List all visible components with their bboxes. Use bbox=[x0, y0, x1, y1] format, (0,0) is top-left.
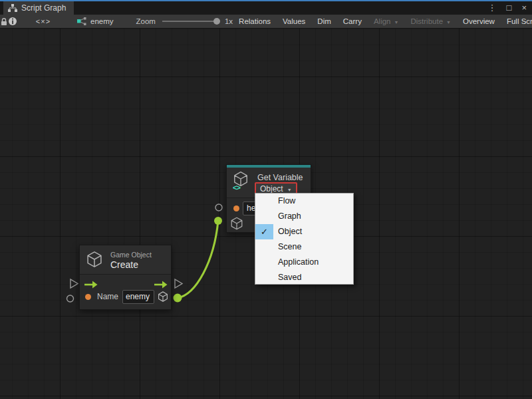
button-label: Values bbox=[283, 17, 305, 25]
gameobject-cube-icon bbox=[229, 216, 244, 231]
dim-button[interactable]: Dim bbox=[311, 15, 336, 28]
button-label: Full Screen bbox=[507, 17, 532, 25]
code-brackets-icon: <> bbox=[233, 184, 240, 192]
overview-button[interactable]: Overview bbox=[457, 15, 501, 28]
gameobject-cube-icon bbox=[157, 291, 169, 303]
lock-button[interactable] bbox=[0, 15, 8, 28]
fullscreen-button[interactable]: Full Screen bbox=[501, 15, 532, 28]
info-icon bbox=[8, 17, 17, 26]
menu-item-application[interactable]: Application bbox=[255, 255, 353, 270]
node-category: Game Object bbox=[110, 251, 152, 259]
flow-input-arrow-icon bbox=[84, 281, 98, 289]
check-icon: ✓ bbox=[255, 224, 273, 239]
menu-item-label: Graph bbox=[278, 211, 301, 221]
menu-item-label: Saved bbox=[278, 273, 301, 282]
graph-breadcrumb[interactable]: enemy bbox=[69, 15, 122, 28]
create-gameobject-output-port-connected[interactable] bbox=[174, 294, 182, 303]
menu-item-label: Object bbox=[278, 227, 302, 236]
graph-name: enemy bbox=[90, 17, 114, 25]
scope-dropdown-menu: Flow Graph ✓ Object Scene Application Sa… bbox=[255, 193, 354, 285]
create-node-body: Name enemy bbox=[80, 274, 171, 309]
window-controls: ⋮ □ × bbox=[488, 1, 527, 15]
create-flow-output-port[interactable] bbox=[175, 279, 182, 288]
relations-button[interactable]: Relations bbox=[233, 15, 277, 28]
button-label: Carry bbox=[343, 17, 362, 25]
code-icon: <×> bbox=[23, 17, 63, 25]
values-button[interactable]: Values bbox=[277, 15, 311, 28]
node-title: Create bbox=[110, 259, 138, 270]
tab-script-graph[interactable]: Script Graph bbox=[3, 1, 74, 15]
gameobject-cube-icon bbox=[85, 250, 104, 269]
create-flow-input-port[interactable] bbox=[70, 279, 78, 288]
graph-hierarchy-icon bbox=[8, 4, 17, 13]
button-label: Dim bbox=[317, 17, 331, 25]
dropdown-arrow-icon: ▼ bbox=[394, 20, 399, 25]
getvariable-name-input-port[interactable] bbox=[215, 204, 222, 211]
button-label: Relations bbox=[239, 17, 271, 25]
carry-button[interactable]: Carry bbox=[337, 15, 368, 28]
menu-item-scene[interactable]: Scene bbox=[255, 239, 353, 255]
menu-item-label: Flow bbox=[278, 196, 295, 205]
menu-item-object[interactable]: ✓ Object bbox=[255, 224, 353, 239]
graph-breadcrumb-icon bbox=[77, 17, 86, 25]
button-label: Align bbox=[374, 17, 391, 25]
getvariable-object-input-port-connected[interactable] bbox=[214, 217, 222, 225]
lock-icon bbox=[0, 17, 8, 26]
graph-toolbar: <×> enemy Zoom 1x Relations Values Dim bbox=[0, 15, 532, 29]
zoom-slider[interactable] bbox=[162, 21, 218, 22]
string-port-dot bbox=[233, 205, 239, 211]
menu-item-flow[interactable]: Flow bbox=[255, 194, 353, 209]
create-gameobject-node[interactable]: Game Object Create Name enemy bbox=[79, 245, 172, 310]
close-icon[interactable]: × bbox=[521, 1, 527, 15]
button-label: Distribute bbox=[410, 17, 443, 25]
dropdown-arrow-icon: ▼ bbox=[287, 188, 292, 192]
window-menu-icon[interactable]: ⋮ bbox=[488, 1, 497, 15]
port-label: Name bbox=[97, 292, 118, 301]
gameobject-wire[interactable] bbox=[178, 221, 218, 298]
create-node-header: Game Object Create bbox=[80, 245, 171, 274]
create-name-input-port[interactable] bbox=[67, 295, 74, 302]
edit-unit-button[interactable]: <×> bbox=[17, 15, 69, 28]
flow-output-arrow-icon bbox=[154, 281, 168, 289]
name-input-field[interactable]: enemy bbox=[122, 290, 154, 304]
zoom-control: Zoom 1x bbox=[136, 15, 233, 28]
zoom-label: Zoom bbox=[136, 17, 156, 25]
menu-item-saved[interactable]: Saved bbox=[255, 270, 353, 285]
zoom-value: 1x bbox=[225, 17, 233, 25]
tab-bar: Script Graph ⋮ □ × bbox=[0, 1, 532, 15]
distribute-button[interactable]: Distribute ▼ bbox=[404, 15, 457, 28]
button-label: Overview bbox=[463, 17, 495, 25]
dropdown-arrow-icon: ▼ bbox=[446, 20, 451, 25]
info-button[interactable] bbox=[8, 15, 17, 28]
zoom-slider-handle[interactable] bbox=[213, 18, 220, 25]
scope-value: Object bbox=[260, 184, 283, 194]
menu-item-label: Scene bbox=[278, 242, 301, 251]
node-title: Get Variable bbox=[257, 173, 303, 182]
graph-canvas[interactable]: <> Get Variable Object ▼ he bbox=[0, 29, 532, 399]
menu-item-label: Application bbox=[278, 257, 319, 267]
menu-item-graph[interactable]: Graph bbox=[255, 209, 353, 224]
string-port-dot bbox=[85, 294, 91, 300]
script-graph-window: Script Graph ⋮ □ × <×> bbox=[0, 0, 532, 399]
tab-title: Script Graph bbox=[21, 3, 66, 13]
maximize-icon[interactable]: □ bbox=[507, 1, 512, 15]
align-button[interactable]: Align ▼ bbox=[368, 15, 405, 28]
